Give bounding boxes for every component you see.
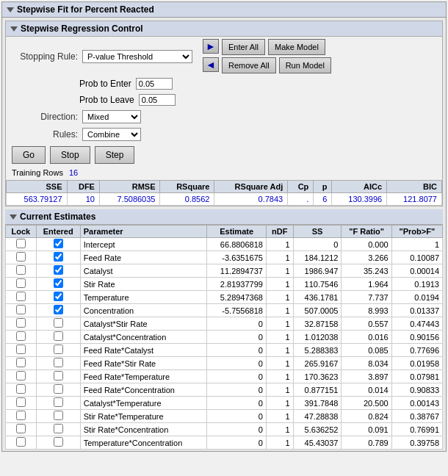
stats-table: SSE DFE RMSE RSquare RSquare Adj Cp p AI… [6, 180, 442, 206]
rules-select[interactable]: Combine Restrict [82, 128, 141, 141]
entered-checkbox[interactable] [54, 331, 63, 341]
entered-checkbox[interactable] [54, 411, 63, 420]
prob-value: 0.10087 [391, 251, 442, 264]
col-parameter: Parameter [80, 226, 207, 238]
prob-enter-row: Prob to Enter 0.05 [6, 76, 442, 92]
entered-checkbox[interactable] [54, 358, 63, 367]
param-name: Feed Rate*Temperature [80, 370, 207, 383]
stats-header-bic: BIC [387, 181, 442, 193]
entered-checkbox[interactable] [54, 278, 63, 288]
fratio-value: 1.964 [342, 278, 391, 291]
param-name: Stir Rate*Concentration [80, 423, 207, 436]
entered-checkbox[interactable] [54, 265, 63, 275]
ndf-value: 1 [266, 423, 293, 436]
fratio-value: 7.737 [342, 291, 391, 304]
ss-value: 1.012038 [293, 331, 342, 344]
collapse-estimates-icon[interactable] [10, 214, 17, 220]
ss-value: 0.877151 [293, 383, 342, 397]
lock-checkbox[interactable] [16, 411, 26, 420]
lock-checkbox[interactable] [16, 252, 26, 262]
lock-checkbox[interactable] [16, 384, 26, 394]
fratio-value: 35.243 [342, 264, 391, 278]
stopping-rule-select[interactable]: P-value Threshold AICc BIC [82, 50, 192, 63]
fratio-value: 0.014 [342, 383, 391, 397]
lock-checkbox[interactable] [16, 345, 26, 354]
estimate-value: 2.81937799 [207, 278, 267, 291]
entered-checkbox[interactable] [54, 371, 63, 381]
lock-checkbox[interactable] [16, 371, 26, 381]
table-row: Feed Rate*Catalyst015.2883830.0850.77696 [6, 344, 443, 357]
estimate-value: 0 [207, 383, 267, 397]
lock-checkbox[interactable] [16, 292, 26, 301]
entered-checkbox[interactable] [54, 318, 63, 328]
ndf-value: 1 [266, 331, 293, 344]
lock-checkbox[interactable] [16, 318, 26, 328]
lock-checkbox[interactable] [16, 331, 26, 341]
ndf-value: 1 [266, 410, 293, 423]
lock-checkbox[interactable] [16, 278, 26, 288]
remove-all-arrow[interactable]: ◄ [203, 57, 219, 72]
lock-checkbox[interactable] [16, 265, 26, 275]
entered-checkbox[interactable] [54, 437, 63, 447]
table-row: Temperature*Concentration0145.430370.789… [6, 436, 443, 450]
prob-value: 0.00014 [391, 264, 442, 278]
prob-value: 0.01958 [391, 357, 442, 370]
lock-checkbox[interactable] [16, 305, 26, 314]
enter-all-button[interactable]: Enter All [222, 39, 265, 55]
entered-checkbox[interactable] [54, 292, 63, 301]
ss-value: 32.87158 [293, 317, 342, 331]
col-ss: SS [293, 226, 342, 238]
entered-checkbox[interactable] [54, 239, 63, 248]
lock-checkbox[interactable] [16, 239, 26, 248]
estimate-value: 0 [207, 423, 267, 436]
remove-all-button[interactable]: Remove All [222, 57, 276, 73]
collapse-main-icon[interactable] [7, 7, 14, 12]
step-button[interactable]: Step [95, 146, 135, 164]
prob-value: 0.90156 [391, 331, 442, 344]
ss-value: 5.288383 [293, 344, 342, 357]
prob-leave-row: Prob to Leave 0.05 [6, 92, 442, 108]
ndf-value: 1 [266, 317, 293, 331]
stats-bic: 121.8077 [387, 193, 442, 206]
go-button[interactable]: Go [12, 146, 46, 164]
stepwise-control-panel: Stepwise Regression Control Stopping Rul… [5, 21, 443, 206]
collapse-stepwise-icon[interactable] [10, 26, 18, 32]
stats-cp: . [288, 193, 314, 206]
entered-checkbox[interactable] [54, 384, 63, 394]
stats-header-sse: SSE [7, 181, 68, 193]
entered-checkbox[interactable] [54, 305, 63, 314]
param-name: Temperature [80, 291, 207, 304]
make-model-button[interactable]: Make Model [268, 39, 325, 55]
entered-checkbox[interactable] [54, 397, 63, 407]
prob-leave-input[interactable]: 0.05 [139, 94, 176, 106]
entered-checkbox[interactable] [54, 345, 63, 354]
param-name: Catalyst*Temperature [80, 397, 207, 410]
table-row: Feed Rate-3.63516751184.12123.2660.10087 [6, 251, 443, 264]
current-estimates-panel: Current Estimates Lock Entered Parameter… [5, 209, 443, 450]
prob-enter-input[interactable]: 0.05 [136, 78, 173, 90]
stop-button[interactable]: Stop [50, 146, 90, 164]
fratio-value: 0.789 [342, 436, 391, 450]
prob-value: 0.38767 [391, 410, 442, 423]
prob-value: 0.01337 [391, 304, 442, 317]
fratio-value: 3.266 [342, 251, 391, 264]
entered-checkbox[interactable] [54, 252, 63, 262]
direction-select[interactable]: Forward Mixed Backward [82, 110, 141, 123]
fratio-value: 8.034 [342, 357, 391, 370]
direction-label: Direction: [12, 112, 78, 122]
lock-checkbox[interactable] [16, 424, 26, 433]
ss-value: 1986.947 [293, 264, 342, 278]
direction-row: Direction: Forward Mixed Backward [6, 108, 442, 126]
param-name: Feed Rate [80, 251, 207, 264]
entered-checkbox[interactable] [54, 424, 63, 433]
ss-value: 0 [293, 238, 342, 251]
stats-dfe: 10 [67, 193, 99, 206]
run-model-button[interactable]: Run Model [279, 57, 331, 73]
ss-value: 110.7546 [293, 278, 342, 291]
ss-value: 436.1781 [293, 291, 342, 304]
enter-all-arrow[interactable]: ► [203, 39, 219, 54]
lock-checkbox[interactable] [16, 437, 26, 447]
lock-checkbox[interactable] [16, 358, 26, 367]
lock-checkbox[interactable] [16, 397, 26, 407]
table-row: Catalyst11.289473711986.94735.2430.00014 [6, 264, 443, 278]
